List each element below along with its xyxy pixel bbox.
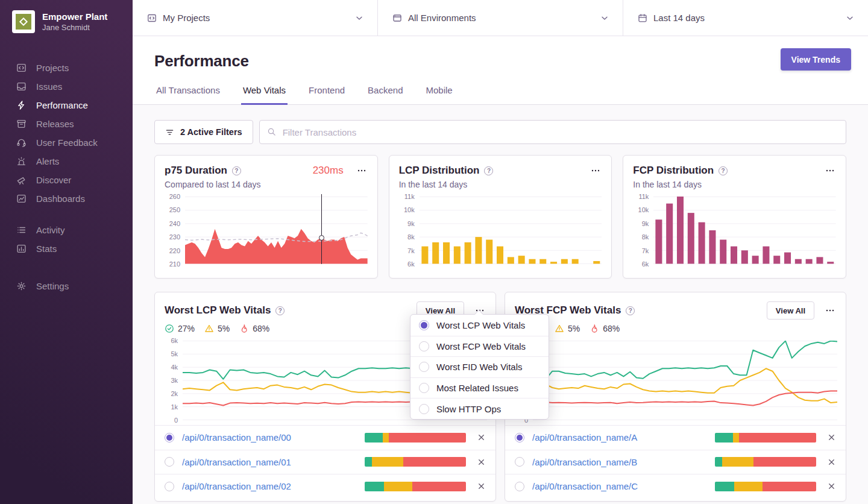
stats-icon: [16, 244, 27, 254]
card-title: p75 Duration: [165, 165, 227, 177]
help-icon[interactable]: ?: [719, 166, 728, 175]
main-area: My Projects All Environments Last 14 day…: [133, 0, 868, 504]
sidebar-item-settings[interactable]: Settings: [0, 277, 133, 295]
ellipsis-icon: [591, 166, 600, 175]
alerts-icon: [16, 156, 27, 166]
card-menu-button[interactable]: [356, 165, 368, 177]
transaction-radio[interactable]: [165, 433, 174, 443]
card-menu-button[interactable]: [824, 165, 836, 177]
menu-item-worst-fid[interactable]: Worst FID Web Vitals: [410, 356, 549, 377]
close-icon: [477, 458, 486, 467]
menu-item-label: Most Related Issues: [436, 383, 518, 393]
vitals-distribution-bar: [715, 433, 816, 443]
sidebar-item-alerts[interactable]: Alerts: [0, 152, 133, 171]
view-all-button[interactable]: View All: [767, 301, 814, 320]
transaction-link[interactable]: /api/0/transaction_name/B: [532, 457, 715, 467]
active-filters-button[interactable]: 2 Active Filters: [154, 120, 253, 144]
transaction-link[interactable]: /api/0/transaction_name/C: [532, 481, 715, 491]
transaction-radio[interactable]: [165, 482, 174, 491]
tab-all-transactions[interactable]: All Transactions: [154, 85, 222, 105]
chart-plot: [185, 197, 368, 264]
lcp-distribution-card: LCP Distribution ? In the last 14 days 1…: [389, 155, 612, 279]
user-name: Jane Schmidt: [42, 22, 107, 33]
sidebar-item-projects[interactable]: Projects: [0, 58, 133, 77]
chevron-down-icon: [845, 13, 855, 23]
sidebar-item-discover[interactable]: Discover: [0, 171, 133, 189]
sidebar-item-activity[interactable]: Activity: [0, 221, 133, 239]
card-menu-button[interactable]: [824, 304, 836, 317]
y-axis-labels: 260250240230220210: [165, 197, 185, 264]
dismiss-transaction-button[interactable]: [477, 482, 486, 491]
tab-web-vitals[interactable]: Web Vitals: [241, 85, 288, 105]
environment-selector-value: All Environments: [408, 13, 600, 23]
projects-icon: [16, 63, 27, 73]
flame-icon: [590, 324, 599, 333]
transaction-link[interactable]: /api/0/transaction_name/02: [182, 481, 365, 491]
close-icon: [477, 482, 486, 491]
dismiss-transaction-button[interactable]: [477, 433, 486, 442]
project-selector-value: My Projects: [163, 13, 354, 23]
p75-area-chart: 260250240230220210: [165, 197, 368, 264]
card-title: Worst LCP Web Vitals: [165, 304, 271, 317]
activity-icon: [16, 225, 27, 235]
help-icon[interactable]: ?: [275, 306, 285, 315]
transaction-link[interactable]: /api/0/transaction_name/A: [532, 432, 715, 443]
menu-item-label: Worst FCP Web Vitals: [436, 341, 526, 351]
transaction-radio[interactable]: [165, 457, 174, 467]
dismiss-transaction-button[interactable]: [827, 458, 836, 467]
vitals-distribution-bar: [365, 457, 466, 467]
menu-radio: [419, 362, 429, 372]
worst-fcp-card: Worst FCP Web Vitals ? View All 27% 5% 6…: [505, 292, 846, 502]
card-title: LCP Distribution: [399, 165, 480, 177]
transaction-search-input[interactable]: [259, 120, 846, 144]
page-header: Performance View Trends All Transactions…: [133, 36, 868, 105]
vitals-overview-row: p75 Duration ? 230ms Compared to last 14…: [154, 155, 846, 279]
help-icon[interactable]: ?: [484, 166, 493, 175]
vitals-distribution-bar: [365, 482, 466, 491]
transaction-link[interactable]: /api/0/transaction_name/01: [182, 457, 365, 467]
card-subtitle: In the last 14 days: [633, 180, 836, 189]
sidebar-item-performance[interactable]: Performance: [0, 96, 133, 115]
help-icon[interactable]: ?: [232, 166, 241, 175]
tab-backend[interactable]: Backend: [366, 85, 404, 105]
transaction-radio[interactable]: [515, 482, 524, 491]
chart-context-menu: Worst LCP Web Vitals Worst FCP Web Vital…: [410, 314, 549, 420]
org-name: Empower Plant: [42, 11, 107, 22]
tab-frontend[interactable]: Frontend: [307, 85, 347, 105]
card-subtitle: In the last 14 days: [399, 180, 602, 189]
sidebar-item-user-feedback[interactable]: User Feedback: [0, 133, 133, 152]
sidebar-item-issues[interactable]: Issues: [0, 77, 133, 96]
ellipsis-icon: [825, 306, 835, 315]
dashboards-icon: [16, 194, 27, 204]
menu-item-worst-lcp[interactable]: Worst LCP Web Vitals: [410, 315, 549, 336]
chevron-down-icon: [600, 13, 609, 23]
sidebar-item-label: User Feedback: [36, 137, 98, 148]
projects-icon: [147, 13, 157, 23]
help-icon[interactable]: ?: [626, 306, 635, 315]
dismiss-transaction-button[interactable]: [827, 433, 836, 442]
menu-item-label: Slow HTTP Ops: [436, 404, 501, 414]
transaction-radio[interactable]: [515, 433, 524, 443]
project-selector[interactable]: My Projects: [133, 0, 378, 36]
org-switcher[interactable]: Empower Plant Jane Schmidt: [0, 0, 133, 45]
menu-item-worst-fcp[interactable]: Worst FCP Web Vitals: [410, 336, 549, 357]
card-title: FCP Distribution: [633, 165, 714, 177]
card-menu-button[interactable]: [590, 165, 602, 177]
view-trends-button[interactable]: View Trends: [781, 48, 851, 71]
date-range-selector[interactable]: Last 14 days: [623, 0, 868, 36]
menu-item-slow-http-ops[interactable]: Slow HTTP Ops: [410, 398, 549, 419]
tab-mobile[interactable]: Mobile: [424, 85, 454, 105]
environment-selector[interactable]: All Environments: [378, 0, 623, 36]
menu-item-label: Worst FID Web Vitals: [436, 362, 523, 372]
sidebar-item-stats[interactable]: Stats: [0, 239, 133, 258]
dismiss-transaction-button[interactable]: [477, 458, 486, 467]
vitals-summary: 27% 5% 68%: [505, 324, 846, 333]
menu-item-most-related-issues[interactable]: Most Related Issues: [410, 377, 549, 398]
sidebar-item-releases[interactable]: Releases: [0, 115, 133, 133]
sidebar-item-dashboards[interactable]: Dashboards: [0, 189, 133, 208]
menu-radio: [419, 320, 429, 330]
dismiss-transaction-button[interactable]: [827, 482, 836, 491]
user-feedback-icon: [16, 137, 27, 148]
transaction-radio[interactable]: [515, 457, 524, 467]
transaction-link[interactable]: /api/0/transaction_name/00: [182, 432, 365, 443]
